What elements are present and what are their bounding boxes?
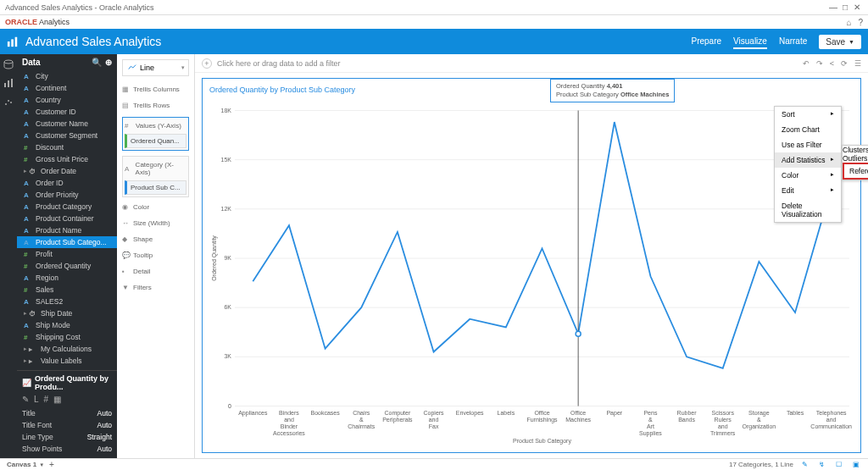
- data-item[interactable]: #Gross Unit Price: [17, 153, 117, 165]
- data-item[interactable]: AShip Mode: [17, 319, 117, 331]
- shelf-detail[interactable]: Detail: [133, 268, 150, 275]
- prop-general-icon[interactable]: ✎: [22, 395, 29, 404]
- svg-text:Envelopes: Envelopes: [456, 410, 484, 417]
- category-chip[interactable]: Product Sub C...: [125, 180, 186, 195]
- data-item[interactable]: ACountry: [17, 94, 117, 106]
- ctx-edit[interactable]: Edit: [775, 183, 841, 198]
- data-item[interactable]: AOrder ID: [17, 177, 117, 189]
- viz-type-selector[interactable]: Line: [122, 59, 189, 76]
- sub-outliers[interactable]: Outliers: [843, 154, 868, 163]
- help-icon[interactable]: ?: [858, 18, 863, 27]
- shelf-trellis-cols[interactable]: Trellis Columns: [133, 86, 180, 93]
- ctx-use-as-filter[interactable]: Use as Filter: [775, 137, 841, 152]
- add-filter-icon[interactable]: +: [202, 58, 212, 69]
- svg-text:Trimmers: Trimmers: [710, 430, 736, 436]
- data-item[interactable]: AProduct Name: [17, 224, 117, 236]
- undo-icon[interactable]: ↶: [803, 59, 810, 68]
- shelf-category[interactable]: Category (X-Axis): [136, 161, 186, 176]
- tab-narrate[interactable]: Narrate: [779, 35, 807, 49]
- shelf-filters[interactable]: Filters: [133, 284, 152, 291]
- prop-row[interactable]: Title FontAuto: [22, 419, 112, 431]
- data-item[interactable]: ⏱Order Date: [17, 165, 117, 177]
- filter-bar[interactable]: + Click here or drag data to add a filte…: [195, 54, 868, 73]
- data-item[interactable]: #Ordered Quantity: [17, 260, 117, 272]
- share-icon[interactable]: <: [830, 59, 834, 68]
- filter-hint: Click here or drag data to add a filter: [217, 59, 341, 68]
- menu-icon[interactable]: ☰: [854, 59, 861, 68]
- tooltip-icon: 💬: [122, 252, 130, 259]
- shelf-size[interactable]: Size (Width): [133, 219, 170, 227]
- svg-text:12K: 12K: [221, 206, 232, 212]
- data-item[interactable]: ACustomer ID: [17, 106, 117, 118]
- chart-frame[interactable]: Ordered Quantity by Product Sub Category…: [202, 78, 861, 453]
- brushing-icon[interactable]: ✎: [802, 461, 810, 469]
- refresh-icon[interactable]: ⟳: [841, 59, 848, 68]
- svg-rect-6: [11, 79, 13, 87]
- svg-text:Accessories: Accessories: [273, 430, 305, 436]
- data-item[interactable]: #Sales: [17, 284, 117, 296]
- prop-axis-icon[interactable]: L: [34, 395, 39, 404]
- values-chip[interactable]: Ordered Quan...: [125, 134, 186, 148]
- prop-row[interactable]: Line TypeStraight: [22, 431, 112, 443]
- layout1-icon[interactable]: ☐: [836, 461, 844, 469]
- analytics-nav-icon[interactable]: [3, 97, 14, 107]
- data-item[interactable]: ASALES2: [17, 296, 117, 307]
- shelf-trellis-rows[interactable]: Trellis Rows: [133, 102, 170, 109]
- prop-analytics-icon[interactable]: ▦: [53, 395, 61, 404]
- data-item[interactable]: ▸My Calculations: [17, 343, 117, 355]
- size-icon: ↔: [122, 219, 130, 227]
- shelf-shape[interactable]: Shape: [133, 235, 153, 243]
- auto-icon[interactable]: ↯: [819, 461, 827, 469]
- data-nav-icon[interactable]: [3, 59, 14, 69]
- ctx-sort[interactable]: Sort: [775, 107, 841, 122]
- data-item[interactable]: ACity: [17, 70, 117, 82]
- line-chart[interactable]: 03K6K9K12K15K18KAppliancesBindersandBind…: [209, 97, 854, 454]
- data-item[interactable]: AOrder Priority: [17, 189, 117, 201]
- data-item[interactable]: #Profit: [17, 248, 117, 260]
- data-item[interactable]: AContinent: [17, 82, 117, 94]
- save-button[interactable]: Save▼: [819, 35, 861, 49]
- data-item[interactable]: #Shipping Cost: [17, 331, 117, 343]
- svg-text:Ordered Quantity: Ordered Quantity: [211, 235, 218, 281]
- ctx-zoom-chart[interactable]: Zoom Chart: [775, 122, 841, 137]
- sub-clusters[interactable]: Clusters: [843, 146, 868, 154]
- save-dropdown-icon[interactable]: ▼: [849, 39, 854, 45]
- prop-row[interactable]: TitleAuto: [22, 407, 112, 419]
- svg-text:Communication: Communication: [810, 423, 852, 429]
- home-icon[interactable]: ⌂: [846, 18, 851, 27]
- shelf-values[interactable]: Values (Y-Axis): [136, 122, 181, 130]
- viz-nav-icon[interactable]: [3, 78, 14, 88]
- shelf-color[interactable]: Color: [133, 203, 149, 211]
- shelf-tooltip[interactable]: Tooltip: [133, 252, 153, 259]
- layout2-icon[interactable]: ▣: [853, 461, 861, 469]
- minimize-button[interactable]: —: [827, 3, 839, 12]
- svg-text:Computer: Computer: [385, 410, 411, 417]
- ctx-add-statistics[interactable]: Add Statistics: [775, 152, 841, 168]
- data-item[interactable]: ARegion: [17, 272, 117, 284]
- data-item[interactable]: ▸Value Labels: [17, 355, 117, 367]
- data-panel-title: Data: [22, 58, 41, 67]
- data-item[interactable]: ACustomer Segment: [17, 130, 117, 141]
- data-item[interactable]: AProduct Sub Catego...: [17, 236, 117, 248]
- header-bar: Advanced Sales Analytics Prepare Visuali…: [0, 29, 868, 54]
- data-item[interactable]: AProduct Category: [17, 201, 117, 213]
- prop-row[interactable]: Show PointsAuto: [22, 443, 112, 455]
- canvas-tab[interactable]: Canvas 1 ▼: [7, 461, 44, 468]
- add-data-icon[interactable]: ⊕: [105, 58, 112, 67]
- close-button[interactable]: ✕: [851, 3, 863, 12]
- sub-reference-line[interactable]: Reference Line: [843, 163, 868, 180]
- redo-icon[interactable]: ↷: [816, 59, 823, 68]
- ctx-color[interactable]: Color: [775, 168, 841, 183]
- tab-prepare[interactable]: Prepare: [691, 35, 721, 49]
- prop-values-icon[interactable]: #: [44, 395, 49, 404]
- data-item[interactable]: ⏱Ship Date: [17, 307, 117, 319]
- ctx-delete-visualization[interactable]: Delete Visualization: [775, 198, 841, 222]
- add-canvas-button[interactable]: +: [49, 460, 54, 469]
- svg-text:Rubber: Rubber: [677, 410, 698, 416]
- search-icon[interactable]: 🔍: [92, 58, 102, 67]
- data-item[interactable]: AProduct Container: [17, 213, 117, 224]
- data-item[interactable]: #Discount: [17, 141, 117, 153]
- tab-visualize[interactable]: Visualize: [733, 35, 767, 49]
- maximize-button[interactable]: □: [839, 3, 851, 12]
- data-item[interactable]: ACustomer Name: [17, 118, 117, 130]
